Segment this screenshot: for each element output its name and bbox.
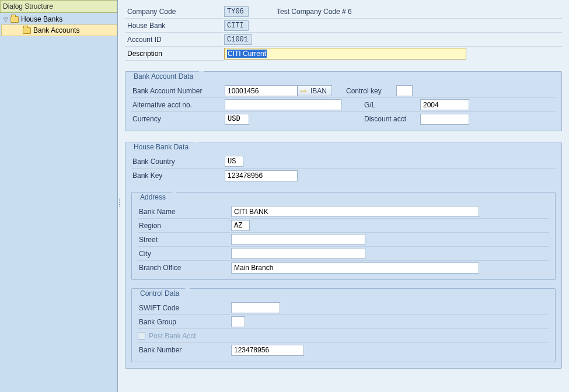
group-legend: Bank Account Data bbox=[130, 71, 199, 82]
alt-acct-no-input[interactable] bbox=[225, 99, 341, 110]
bank-number-label: Bank Number bbox=[138, 346, 231, 354]
discount-acct-input[interactable] bbox=[420, 114, 469, 125]
city-input[interactable] bbox=[231, 248, 365, 259]
region-label: Region bbox=[138, 222, 231, 230]
street-input[interactable] bbox=[231, 234, 365, 245]
alt-acct-no-label: Alternative acct no. bbox=[131, 101, 225, 109]
gl-label: G/L bbox=[356, 101, 420, 109]
tree-node-label: Bank Accounts bbox=[33, 26, 79, 34]
bank-group-label: Bank Group bbox=[138, 318, 231, 326]
description-label: Description bbox=[125, 47, 224, 61]
group-legend: House Bank Data bbox=[130, 142, 194, 152]
tree-node-bank-accounts[interactable]: Bank Accounts bbox=[1, 24, 117, 36]
main-content: ▪▪▪▪▪ Company Code TY06 Test Company Cod… bbox=[118, 0, 569, 392]
dialog-structure-tree: Dialog Structure ▽ House Banks Bank Acco… bbox=[0, 0, 118, 392]
tree-node-label: House Banks bbox=[21, 15, 62, 23]
tree-node-house-banks[interactable]: ▽ House Banks bbox=[1, 14, 117, 24]
discount-acct-label: Discount acct bbox=[356, 115, 420, 123]
bank-group-input[interactable] bbox=[231, 316, 245, 327]
company-code-value: TY06 bbox=[224, 6, 249, 17]
account-id-label: Account ID bbox=[125, 33, 224, 47]
bank-key-input[interactable] bbox=[225, 170, 298, 181]
gl-input[interactable] bbox=[420, 99, 469, 110]
arrow-right-icon: ⇨ bbox=[301, 86, 307, 95]
branch-office-input[interactable] bbox=[231, 262, 479, 274]
bank-country-label: Bank Country bbox=[131, 158, 225, 166]
bank-account-number-label: Bank Account Number bbox=[131, 87, 225, 95]
account-id-value: C1001 bbox=[224, 34, 252, 45]
bank-key-label: Bank Key bbox=[131, 172, 225, 180]
iban-button[interactable]: ⇨ IBAN bbox=[298, 85, 332, 96]
splitter-handle-icon[interactable]: ▪▪▪▪▪ bbox=[119, 198, 121, 207]
address-group: Address Bank Name Region Street bbox=[131, 192, 556, 280]
bank-number-input[interactable] bbox=[231, 345, 304, 356]
description-selection: CITI Current bbox=[227, 50, 267, 58]
group-legend: Control Data bbox=[137, 288, 185, 299]
folder-icon bbox=[23, 27, 31, 34]
company-code-desc: Test Company Code # 6 bbox=[259, 5, 562, 19]
control-data-group: Control Data SWIFT Code Bank Group Post … bbox=[131, 288, 556, 362]
iban-button-label: IBAN bbox=[310, 87, 327, 95]
bank-name-label: Bank Name bbox=[138, 208, 231, 216]
house-bank-value: CITI bbox=[224, 20, 249, 31]
city-label: City bbox=[138, 250, 231, 258]
swift-code-input[interactable] bbox=[231, 302, 280, 313]
post-bank-acct-label: Post Bank Acct bbox=[149, 332, 196, 340]
bank-name-input[interactable] bbox=[231, 206, 479, 217]
house-bank-label: House Bank bbox=[125, 19, 224, 33]
bank-account-number-input[interactable] bbox=[225, 85, 298, 96]
control-key-label: Control key bbox=[332, 87, 396, 95]
group-legend: Address bbox=[137, 192, 172, 202]
tree-expand-icon[interactable]: ▽ bbox=[2, 16, 9, 23]
bank-country-input[interactable] bbox=[225, 156, 243, 167]
bank-account-data-group: Bank Account Data Bank Account Number ⇨ … bbox=[125, 71, 562, 131]
region-input[interactable] bbox=[231, 220, 250, 231]
house-bank-data-group: House Bank Data Bank Country Bank Key Ad… bbox=[125, 142, 562, 369]
checkbox-icon bbox=[138, 332, 145, 340]
tree-header: Dialog Structure bbox=[0, 0, 117, 13]
folder-icon bbox=[11, 16, 19, 23]
street-label: Street bbox=[138, 236, 231, 244]
currency-input[interactable] bbox=[225, 114, 249, 125]
branch-office-label: Branch Office bbox=[138, 264, 231, 272]
currency-label: Currency bbox=[131, 115, 225, 123]
swift-code-label: SWIFT Code bbox=[138, 304, 231, 312]
post-bank-acct-checkbox: Post Bank Acct bbox=[138, 332, 196, 340]
control-key-input[interactable] bbox=[396, 85, 413, 96]
company-code-label: Company Code bbox=[125, 5, 224, 19]
